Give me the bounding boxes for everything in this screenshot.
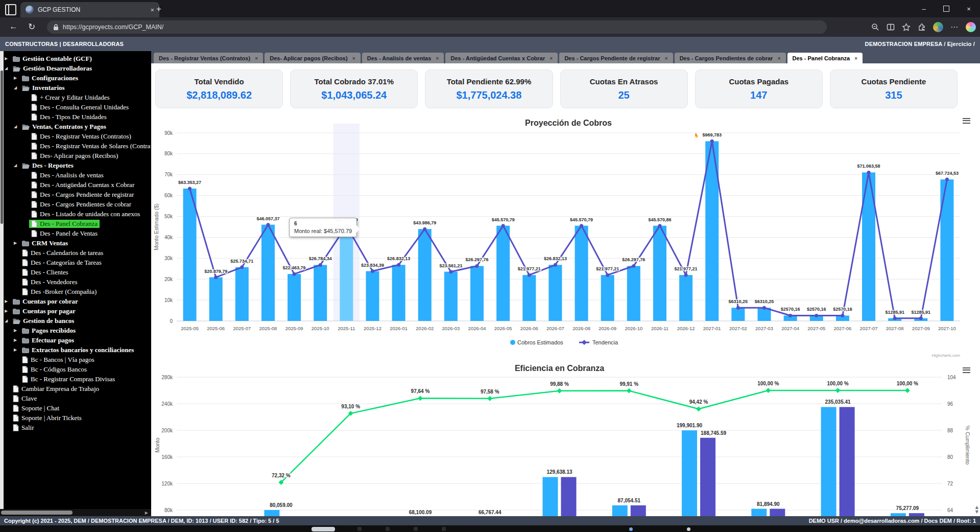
sidebar-item-cuentas-por-pagar[interactable]: ▶Cuentas por pagar <box>5 306 151 316</box>
tab-close-icon[interactable]: × <box>255 55 258 61</box>
tab-close-icon[interactable]: × <box>352 55 355 61</box>
sidebar-item-des-panel-de-ventas[interactable]: Des - Panel de Ventas <box>5 228 151 238</box>
sidebar-item-des-calendarios-de-tareas[interactable]: Des - Calendarios de tareas <box>5 248 151 258</box>
maximize-button[interactable] <box>935 0 958 17</box>
tab-close-icon[interactable]: × <box>150 7 154 13</box>
collapse-arrow-icon[interactable]: ◢ <box>5 66 11 71</box>
tab-close-icon[interactable]: × <box>777 55 780 61</box>
expand-arrow-icon[interactable]: ▶ <box>5 56 11 61</box>
sidebar-item-clave[interactable]: Clave <box>5 394 151 403</box>
svg-text:$43.986,79: $43.986,79 <box>413 220 436 225</box>
expand-arrow-icon[interactable]: ▶ <box>14 76 20 80</box>
sidebar-item-des-consulta-general-unidades[interactable]: Des - Consulta General Unidades <box>5 102 151 112</box>
tab-des-cargos-pendientes-de-cobrar[interactable]: Des - Cargos Pendientes de cobrar× <box>675 53 786 63</box>
sidebar-item-des-clientes[interactable]: Des - Clientes <box>5 267 151 277</box>
sidebar-item-des-tipos-de-unidades[interactable]: Des - Tipos De Unidades <box>5 112 151 122</box>
taskbar-search-hint[interactable] <box>312 527 335 531</box>
eficiencia-cobranza-svg[interactable]: 80k64120k72160k80200k88240k96280k104Efic… <box>151 361 975 516</box>
sidebar-item-des-registrar-ventas-de-solares-contratos[interactable]: Des - Registrar Ventas de Solares (Contr… <box>5 141 151 151</box>
tab-des-cargos-pendiente-de-registrar[interactable]: Des - Cargos Pendiente de registrar× <box>559 53 673 63</box>
sidebar-item-des-listado-de-unidades-con-anexos[interactable]: Des - Listado de unidades con anexos <box>5 209 151 219</box>
chart-menu-icon[interactable] <box>963 117 970 125</box>
sidebar-item-soporte-abrir-tickets[interactable]: Soporte | Abrir Tickets <box>5 413 151 423</box>
collapse-arrow-icon[interactable]: ◢ <box>5 318 11 323</box>
refresh-button[interactable]: ↻ <box>28 21 35 32</box>
sidebar-item-des-broker-compa-ia[interactable]: Des -Broker (Compañia) <box>5 287 151 296</box>
windows-taskbar-sliver[interactable] <box>0 525 980 532</box>
sidebar-item-des-registrar-ventas-contratos[interactable]: Des - Registrar Ventas (Contratos) <box>5 131 151 141</box>
scroll-right-arrow-icon[interactable]: ▶ <box>145 511 148 515</box>
settings-ellipsis-icon[interactable]: ⋯ <box>950 22 959 32</box>
sidebar-item-des-categor-as-de-tareas[interactable]: Des - Categorías de Tareas <box>5 258 151 267</box>
sidebar-item-des-antig-edad-cuentas-x-cobrar[interactable]: Des - Antigüedad Cuentas x Cobrar <box>5 180 151 190</box>
back-button[interactable]: ← <box>9 21 18 32</box>
sidebar-item-des-cargos-pendientes-de-cobrar[interactable]: Des - Cargos Pendientes de cobrar <box>5 199 151 209</box>
collapse-arrow-icon[interactable]: ◢ <box>14 163 20 168</box>
tab-close-icon[interactable]: × <box>549 55 553 61</box>
expand-arrow-icon[interactable]: ▶ <box>5 309 11 313</box>
workspaces-icon[interactable] <box>5 4 16 15</box>
minimize-button[interactable]: – <box>913 0 935 17</box>
sidebar-item-cuentas-por-cobrar[interactable]: ▶Cuentas por cobrar <box>5 296 151 306</box>
address-bar[interactable]: https://gcproyects.com/GCP_MAIN/ <box>47 20 827 34</box>
chart-legend[interactable]: Cobros EstimadosTendencia <box>510 339 618 345</box>
sidebar-item-crear-y-editar-unidades[interactable]: + Crear y Editar Unidades <box>5 92 151 102</box>
content-scroll-arrows[interactable]: ▲▼ <box>975 505 978 514</box>
sidebar-item-gestion-de-bancos[interactable]: ◢Gestion de bancos <box>5 316 151 326</box>
zoom-search-icon[interactable] <box>871 23 879 31</box>
sidebar-item-inventarios[interactable]: ◢Inventarios <box>5 83 151 92</box>
sidebar-item-gesti-n-contable-gcf[interactable]: ▶Gestión Contable (GCF) <box>5 54 151 63</box>
expand-arrow-icon[interactable]: ▶ <box>5 299 11 304</box>
svg-text:2027-09: 2027-09 <box>912 326 930 331</box>
sidebar-vertical-scrollbar[interactable] <box>0 51 4 509</box>
tab-des-registrar-ventas-contratos[interactable]: Des - Registrar Ventas (Contratos)× <box>154 53 263 63</box>
split-screen-icon[interactable] <box>887 23 895 31</box>
sidebar-item-label: Des - Registrar Ventas (Contratos) <box>40 132 131 141</box>
tab-close-icon[interactable]: × <box>436 55 439 61</box>
sidebar-item-configuraciones[interactable]: ▶Configuraciones <box>5 73 151 83</box>
tab-close-icon[interactable]: × <box>854 55 857 61</box>
browser-tab[interactable]: GCP GESTION × <box>20 2 159 17</box>
collapse-arrow-icon[interactable]: ◢ <box>14 85 20 90</box>
scrollbar-thumb[interactable] <box>1 511 73 515</box>
tab-close-icon[interactable]: × <box>664 55 667 61</box>
sidebar-item-bc-registrar-compras-divisas[interactable]: Bc - Registrar Compras Divisas <box>5 374 151 384</box>
chart-menu-icon[interactable] <box>963 366 970 374</box>
taskbar-app-dot[interactable] <box>629 527 633 531</box>
sidebar-item-des-analisis-de-ventas[interactable]: Des - Analisis de ventas <box>5 170 151 180</box>
sidebar-item-gesti-n-desarrolladoras[interactable]: ◢Gestión Desarrolladoras <box>5 63 151 73</box>
sidebar-item-extractos-bancarios-y-conciliaciones[interactable]: ▶Extractos bancarios y conciliaciones <box>5 345 151 355</box>
expand-arrow-icon[interactable]: ▶ <box>14 348 20 352</box>
extensions-puzzle-icon[interactable] <box>918 23 926 31</box>
sidebar-item-salir[interactable]: Salir <box>5 423 151 432</box>
sidebar-item-des-panel-cobranza[interactable]: Des - Panel Cobranza <box>5 219 151 228</box>
sidebar-item-des-reportes[interactable]: ◢Des - Reportes <box>5 160 151 170</box>
expand-arrow-icon[interactable]: ▶ <box>14 328 20 333</box>
new-tab-button[interactable]: + <box>156 4 161 14</box>
window-close-button[interactable]: × <box>958 0 980 17</box>
sidebar-item-crm-ventas[interactable]: ▶CRM Ventas <box>5 238 151 248</box>
proyeccion-cobros-svg[interactable]: 010k20k30k40k50k60k70k80k90kProyección d… <box>151 113 975 361</box>
sidebar-item-bc-c-digos-bancos[interactable]: Bc - Códigos Bancos <box>5 364 151 374</box>
taskbar-app-dot[interactable] <box>687 527 690 531</box>
tab-des-aplicar-pagos-recibos[interactable]: Des- Aplicar pagos (Recibos)× <box>265 53 361 63</box>
favorites-star-icon[interactable] <box>902 23 911 31</box>
expand-arrow-icon[interactable]: ▶ <box>14 338 20 342</box>
tab-des-analisis-de-ventas[interactable]: Des - Analisis de ventas× <box>362 53 444 63</box>
tab-des-panel-cobranza[interactable]: Des - Panel Cobranza× <box>787 53 863 63</box>
sidebar-item-pagos-recibidos[interactable]: ▶Pagos recibidos <box>5 326 151 335</box>
profile-avatar[interactable] <box>933 22 943 32</box>
collapse-arrow-icon[interactable]: ◢ <box>14 124 20 129</box>
sidebar-item-des-cargos-pendiente-de-registrar[interactable]: Des - Cargos Pendiente de registrar <box>5 190 151 199</box>
sidebar-item-bc-bancos-v-a-pagos[interactable]: Bc - Bancos | Vía pagos <box>5 355 151 364</box>
expand-arrow-icon[interactable]: ▶ <box>14 241 20 245</box>
sidebar-item-cambiar-empresa-de-trabajo[interactable]: Cambiar Empresa de Trabajo <box>5 384 151 394</box>
sidebar-item-soporte-chat[interactable]: Soporte | Chat <box>5 403 151 413</box>
sidebar-item-des-aplicar-pagos-recibos[interactable]: Des- Aplicar pagos (Recibos) <box>5 151 151 160</box>
sidebar-item-efectuar-pagos[interactable]: ▶Efectuar pagos <box>5 335 151 345</box>
sidebar-item-des-vendedores[interactable]: Des - Vendedores <box>5 277 151 287</box>
sidebar-item-ventas-contratos-y-pagos[interactable]: ◢Ventas, Contratos y Pagos <box>5 122 151 131</box>
sidebar-horizontal-scrollbar[interactable]: ▶ <box>0 509 151 516</box>
tab-des-antig-edad-cuentas-x-cobrar[interactable]: Des - Antigüedad Cuentas x Cobrar× <box>445 53 558 63</box>
copilot-icon[interactable] <box>966 22 976 32</box>
